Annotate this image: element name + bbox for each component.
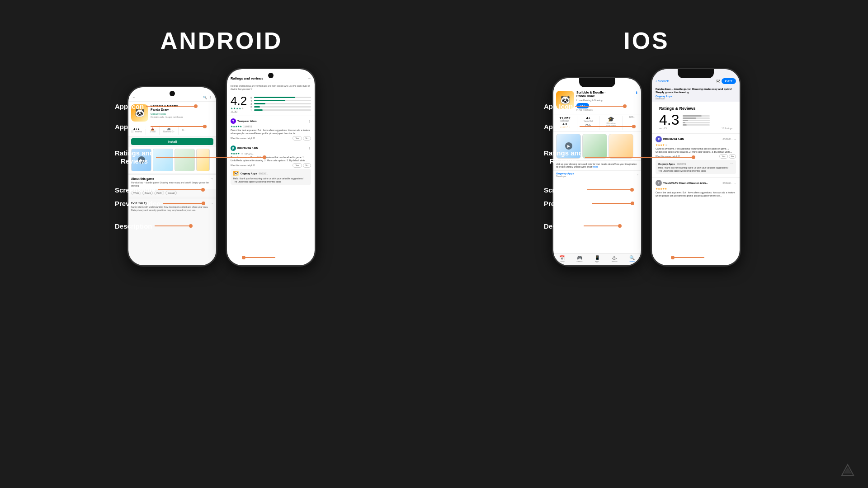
- ios-reply-1-date: 08/02/21: [677, 163, 686, 165]
- arcade-label: Arcade: [612, 260, 618, 263]
- android-app-dev[interactable]: Oogway Apps: [151, 113, 213, 115]
- ios-reviews-notch: [678, 69, 714, 78]
- android-reviews-notch: [268, 73, 274, 78]
- tag-word: Word: [131, 191, 141, 195]
- android-tags-row: Word Board Party Casual: [128, 189, 216, 197]
- review-1-no-btn[interactable]: No: [303, 136, 311, 141]
- search-icon[interactable]: 🔍: [203, 96, 207, 99]
- tab-games[interactable]: 🎮 Games: [577, 255, 583, 263]
- reviews-arrow-icon[interactable]: →: [307, 76, 311, 80]
- main-container: ANDROID ← 🔍 ⋮: [0, 0, 868, 488]
- ios-review-1-stars: ★★★★★: [656, 143, 736, 146]
- review-2-menu-icon[interactable]: ⋮: [307, 146, 311, 150]
- ios-reviews-screen: ‹ Search 🐼 GET Panda draw – doodle game!…: [652, 69, 740, 265]
- ios-dev-name[interactable]: Oogway Apps: [556, 172, 574, 175]
- ios-app-info: 🐼 Scribble & Doodle -Panda Draw I Love P…: [553, 88, 641, 114]
- android-rating-overview: 4.2 ★★★★★ 12,052 5 4 3 2: [227, 92, 315, 116]
- ios-ratings-reviews-title: Ratings & Reviews: [656, 104, 736, 112]
- ios-reviews-app-title: Panda draw – doodle game! Drawing made e…: [656, 88, 736, 94]
- ios-screenshots-row: ▶: [553, 132, 641, 160]
- android-main-phone: ← 🔍 ⋮ 🐼 Scribble & Doodle -Panda Draw Oo…: [127, 86, 217, 267]
- review-2-helpful-label: Was this review helpful?: [231, 164, 255, 167]
- android-data-safety: Data safety → Safety starts with underst…: [128, 197, 216, 214]
- ios-review-1-no[interactable]: No: [729, 154, 736, 159]
- back-icon[interactable]: ←: [132, 95, 136, 99]
- reviewer-2-avatar: P: [231, 145, 236, 151]
- games-icon: 🎮: [577, 255, 583, 260]
- ios-share-icon[interactable]: ⬆: [635, 91, 638, 95]
- ios-header-get-btn[interactable]: GET: [722, 78, 736, 84]
- ios-reply-1-menu[interactable]: ⋯: [730, 162, 733, 166]
- review-2-yes-btn[interactable]: Yes: [292, 163, 302, 168]
- arcade-icon: 🕹: [612, 255, 618, 260]
- ios-desc-section: Pick up your drawing pens and color to y…: [553, 160, 641, 170]
- ios-ratings-section: Ratings & Reviews 4.3 out of 5: [652, 103, 740, 132]
- android-about-section: About this game → Panda draw – doodle ga…: [128, 174, 216, 189]
- android-review-count: 12,052: [231, 110, 247, 113]
- ios-review-2-menu[interactable]: ⋯: [732, 181, 736, 185]
- ios-play-overlay[interactable]: ▶: [565, 142, 572, 150]
- ios-review-1-yes[interactable]: Yes: [719, 154, 727, 159]
- android-review-2: P PRIYANSH JAIN ⋮ ★★★★★ 06/02/21 Game is…: [227, 143, 315, 187]
- android-reply-name: Oogway Apps: [241, 172, 257, 175]
- android-data-text: Safety starts with understanding how dev…: [131, 206, 213, 211]
- apps-label: Apps: [594, 260, 600, 263]
- android-reply-logo: 🐼: [233, 171, 239, 176]
- ios-main-phone: 🐼 Scribble & Doodle -Panda Draw I Love P…: [552, 77, 642, 267]
- tab-arcade[interactable]: 🕹 Arcade: [612, 255, 618, 263]
- review-1-menu-icon[interactable]: ⋮: [307, 119, 311, 123]
- ios-review-1-helpful: Was this review helpful?: [656, 155, 680, 158]
- review-2-date: 06/02/21: [245, 152, 253, 155]
- tag-casual: Casual: [165, 191, 177, 195]
- ios-reviewer-2-avatar: T: [656, 180, 662, 186]
- search-tab-icon: 🔍: [629, 255, 635, 260]
- ios-review-2: T The AVPAAV Channel Creation & Ma... 08…: [652, 177, 740, 199]
- android-reviews-screen: Ratings and reviews → Ratings and review…: [227, 69, 315, 265]
- android-screenshots-row: ▶: [128, 147, 216, 173]
- ios-app-icon: 🐼: [556, 91, 574, 109]
- android-main-screen: ← 🔍 ⋮ 🐼 Scribble & Doodle -Panda Draw Oo…: [128, 87, 216, 265]
- android-reviews-phone: Ratings and reviews → Ratings and review…: [226, 68, 316, 267]
- review-2-text: Game is awesome. Few additional features…: [231, 156, 311, 162]
- ios-get-button[interactable]: GET: [576, 103, 589, 108]
- menu-icon[interactable]: ⋮: [209, 95, 212, 99]
- android-reply-text: Hello, thank you for reaching out to us …: [233, 177, 308, 183]
- reviewer-2-name: PRIYANSH JAIN: [237, 147, 258, 150]
- ios-review-1-menu[interactable]: ⋯: [732, 137, 736, 141]
- review-2-no-btn[interactable]: No: [303, 163, 311, 168]
- ios-tab-bar: 📅 Today 🎮 Games 📱 Apps: [553, 253, 641, 265]
- tag-board: Board: [142, 191, 153, 195]
- ios-ratings-count: 15 Ratings: [683, 127, 732, 130]
- games-label: Games: [577, 260, 583, 263]
- ios-review-1: P PRIYANSH JAIN 06/02/21 ⋯ ★★★★★: [652, 133, 740, 176]
- apps-icon: 📱: [594, 255, 600, 260]
- android-dev-reply: 🐼 Oogway Apps 08/02/21 Hello, thank you …: [231, 169, 311, 185]
- tab-apps[interactable]: 📱 Apps: [594, 255, 600, 263]
- review-1-yes-btn[interactable]: Yes: [292, 136, 302, 141]
- ios-back-btn[interactable]: ‹ Search: [656, 79, 669, 83]
- ios-reply-1-text: Hello, thank you for reaching out to us …: [658, 166, 733, 172]
- play-overlay[interactable]: ▶: [138, 156, 145, 164]
- search-tab-label: Search: [629, 260, 635, 263]
- android-reviews-title: Ratings and reviews: [231, 76, 264, 80]
- ios-reviews-dev-role: Developer: [656, 98, 736, 100]
- android-stats-row: 4.2★ 127 reviews 📥 17 MB 🎮 R: [128, 124, 216, 136]
- review-1-helpful-label: Was this review helpful?: [231, 137, 255, 140]
- ios-notch: [579, 78, 615, 87]
- ios-review-2-date: 08/02/21: [723, 182, 731, 184]
- tab-today[interactable]: 📅 Today: [559, 255, 565, 263]
- android-section: ANDROID ← 🔍 ⋮: [18, 27, 425, 267]
- reviewer-1-name: Tauqueer Alam: [237, 120, 257, 122]
- ios-app-title: Scribble & Doodle -Panda Draw: [576, 91, 634, 99]
- ios-reviews-app-preview: Panda draw – doodle game! Drawing made e…: [652, 86, 740, 102]
- ios-dev-arrow[interactable]: ›: [637, 173, 638, 177]
- ios-reviewer-2-name: The AVPAAV Channel Creation & Ma...: [663, 182, 708, 184]
- install-button[interactable]: Install: [131, 138, 213, 145]
- reviewer-1-avatar: T: [231, 118, 236, 124]
- today-icon: 📅: [559, 255, 565, 260]
- watermark: [841, 464, 854, 479]
- tab-search[interactable]: 🔍 Search: [629, 255, 635, 263]
- today-label: Today: [559, 260, 565, 263]
- ios-more-link[interactable]: more: [593, 165, 598, 168]
- android-reply-date: 08/02/21: [259, 172, 267, 175]
